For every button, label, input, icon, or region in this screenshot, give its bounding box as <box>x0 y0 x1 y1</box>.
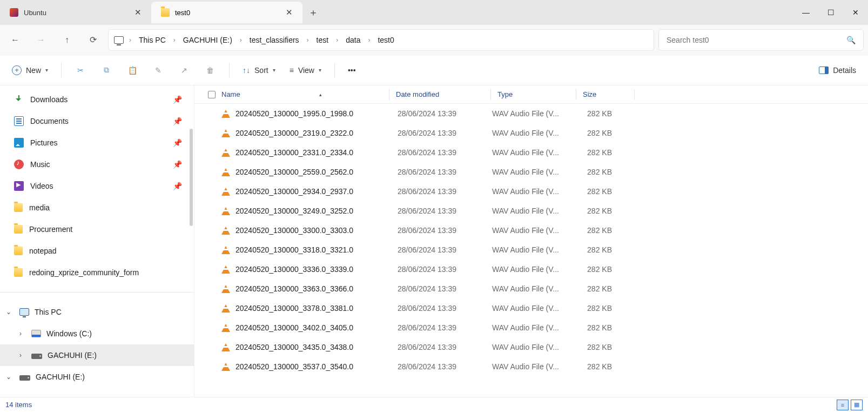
sidebar-item-label: media <box>29 203 50 212</box>
tab-test0[interactable]: test0 ✕ <box>151 2 302 23</box>
chevron-right-icon[interactable]: › <box>366 36 372 44</box>
search-input[interactable] <box>667 36 846 44</box>
forward-button[interactable]: → <box>30 29 52 51</box>
file-date: 28/06/2024 13:39 <box>398 226 492 235</box>
sidebar-item[interactable]: Procurement <box>0 218 194 240</box>
file-type: WAV Audio File (V... <box>492 187 570 196</box>
file-row[interactable]: 20240520_130000_2331.0_2334.028/06/2024 … <box>194 143 868 162</box>
sidebar-item-label: Videos <box>30 182 53 190</box>
file-row[interactable]: 20240520_130000_3363.0_3366.028/06/2024 … <box>194 279 868 298</box>
chevron-down-icon[interactable]: ⌄ <box>3 373 14 381</box>
minimize-button[interactable]: — <box>793 0 818 25</box>
rename-button[interactable]: ✎ <box>147 59 170 81</box>
delete-button[interactable]: 🗑 <box>199 59 221 81</box>
tree-item[interactable]: ›GACHUHI (E:) <box>0 344 194 366</box>
sidebar-item-label: Pictures <box>30 138 58 147</box>
back-button[interactable]: ← <box>4 29 26 51</box>
tree-item[interactable]: ⌄GACHUHI (E:) <box>0 366 194 388</box>
chevron-right-icon[interactable]: › <box>238 36 244 44</box>
file-row[interactable]: 20240520_130000_3300.0_3303.028/06/2024 … <box>194 221 868 240</box>
file-row[interactable]: 20240520_130000_3249.0_3252.028/06/2024 … <box>194 201 868 221</box>
file-row[interactable]: 20240520_130000_3537.0_3540.028/06/2024 … <box>194 357 868 376</box>
search-box[interactable]: 🔍 <box>658 29 864 51</box>
pin-icon[interactable]: 📌 <box>173 117 182 125</box>
column-name[interactable]: Name ▴ <box>221 90 389 98</box>
file-row[interactable]: 20240520_130000_2559.0_2562.028/06/2024 … <box>194 162 868 182</box>
cut-button[interactable]: ✂ <box>69 59 92 81</box>
refresh-button[interactable]: ⟳ <box>82 29 104 51</box>
sidebar-item-label: Music <box>30 160 50 169</box>
file-type: WAV Audio File (V... <box>492 148 570 157</box>
file-row[interactable]: 20240520_130000_2934.0_2937.028/06/2024 … <box>194 182 868 201</box>
tree-item[interactable]: ⌄This PC <box>0 301 194 323</box>
file-date: 28/06/2024 13:39 <box>398 187 492 196</box>
paste-button[interactable]: 📋 <box>121 59 144 81</box>
video-icon <box>14 181 24 191</box>
file-row[interactable]: 20240520_130000_3336.0_3339.028/06/2024 … <box>194 260 868 279</box>
sidebar-item[interactable]: Music📌 <box>0 154 194 175</box>
breadcrumb[interactable]: test <box>314 36 331 44</box>
chevron-down-icon: ▾ <box>273 67 275 73</box>
separator <box>334 63 335 78</box>
view-button[interactable]: ≡ View ▾ <box>284 59 327 81</box>
new-button[interactable]: + New ▾ <box>6 59 53 81</box>
large-icons-view-button[interactable]: ▦ <box>851 400 863 410</box>
maximize-button[interactable]: ☐ <box>818 0 843 25</box>
share-button[interactable]: ↗ <box>173 59 196 81</box>
more-button[interactable]: ••• <box>342 59 361 81</box>
file-row[interactable]: 20240520_130000_3435.0_3438.028/06/2024 … <box>194 337 868 357</box>
pin-icon[interactable]: 📌 <box>173 95 182 104</box>
file-row[interactable]: 20240520_130000_2319.0_2322.028/06/2024 … <box>194 123 868 143</box>
sidebar-item[interactable]: notepad <box>0 240 194 262</box>
search-icon[interactable]: 🔍 <box>846 36 856 44</box>
column-type[interactable]: Type <box>497 90 576 98</box>
pin-icon[interactable]: 📌 <box>173 182 182 190</box>
view-label: View <box>298 66 314 75</box>
view-icon: ≡ <box>290 66 294 75</box>
copy-button[interactable]: ⧉ <box>95 59 118 81</box>
sidebar-item[interactable]: Documents📌 <box>0 110 194 132</box>
chevron-right-icon[interactable]: › <box>127 36 133 44</box>
close-icon[interactable]: ✕ <box>134 8 142 17</box>
details-view-button[interactable]: ≡ <box>837 400 849 410</box>
tree-item[interactable]: ›Windows (C:) <box>0 323 194 344</box>
breadcrumb[interactable]: GACHUHI (E:) <box>181 36 234 44</box>
breadcrumb[interactable]: test_classifiers <box>247 36 301 44</box>
pin-icon[interactable]: 📌 <box>173 138 182 147</box>
up-button[interactable]: ↑ <box>56 29 78 51</box>
details-pane-button[interactable]: Details <box>813 59 862 81</box>
sidebar-item[interactable]: Downloads📌 <box>0 89 194 110</box>
close-window-button[interactable]: ✕ <box>843 0 868 25</box>
column-date[interactable]: Date modified <box>396 90 490 98</box>
tab-ubuntu[interactable]: Ubuntu ✕ <box>0 2 151 23</box>
sidebar-item[interactable]: Pictures📌 <box>0 132 194 154</box>
new-tab-button[interactable]: ＋ <box>302 6 324 19</box>
pin-icon[interactable]: 📌 <box>173 160 182 169</box>
column-size[interactable]: Size <box>583 90 634 98</box>
status-bar: 14 items ≡ ▦ <box>0 397 868 412</box>
sort-button[interactable]: ↑↓ Sort ▾ <box>237 59 281 81</box>
sidebar-item[interactable]: media <box>0 197 194 218</box>
chevron-right-icon[interactable]: › <box>334 36 340 44</box>
file-row[interactable]: 20240520_130000_3318.0_3321.028/06/2024 … <box>194 240 868 260</box>
sidebar-item[interactable]: redoing_xprize_community_form <box>0 262 194 283</box>
tab-label: Ubuntu <box>24 9 46 17</box>
close-icon[interactable]: ✕ <box>286 8 293 17</box>
address-bar[interactable]: › This PC › GACHUHI (E:) › test_classifi… <box>108 29 654 51</box>
chevron-right-icon[interactable]: › <box>305 36 311 44</box>
file-row[interactable]: 20240520_130000_1995.0_1998.028/06/2024 … <box>194 104 868 123</box>
breadcrumb[interactable]: test0 <box>375 36 396 44</box>
select-all-checkbox[interactable] <box>202 91 221 98</box>
file-row[interactable]: 20240520_130000_3378.0_3381.028/06/2024 … <box>194 298 868 318</box>
chevron-right-icon[interactable]: › <box>15 351 26 359</box>
sidebar-item-label: Procurement <box>29 225 72 234</box>
file-size: 282 KB <box>570 129 622 137</box>
scrollbar[interactable] <box>190 129 193 226</box>
chevron-right-icon[interactable]: › <box>171 36 178 44</box>
chevron-right-icon[interactable]: › <box>15 330 26 337</box>
sidebar-item[interactable]: Videos📌 <box>0 175 194 197</box>
file-row[interactable]: 20240520_130000_3402.0_3405.028/06/2024 … <box>194 318 868 337</box>
breadcrumb[interactable]: This PC <box>137 36 168 44</box>
breadcrumb[interactable]: data <box>344 36 362 44</box>
chevron-down-icon[interactable]: ⌄ <box>3 308 14 316</box>
